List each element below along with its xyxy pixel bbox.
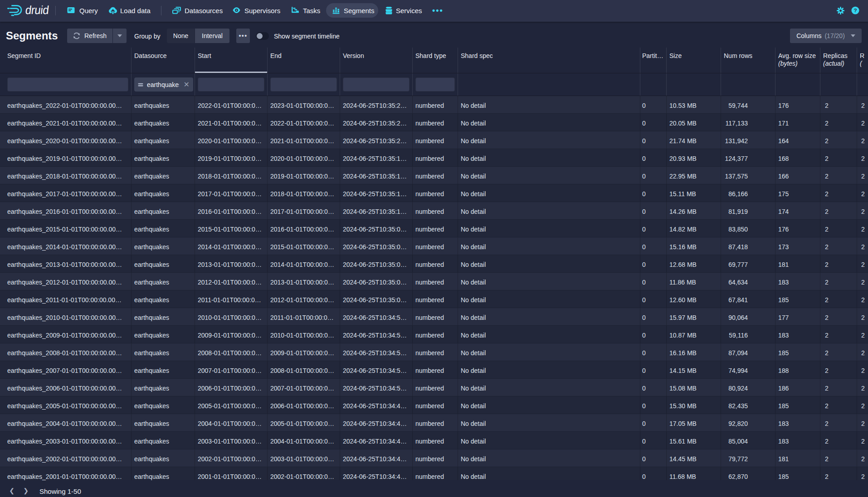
svg-text:?: ? xyxy=(853,7,857,14)
